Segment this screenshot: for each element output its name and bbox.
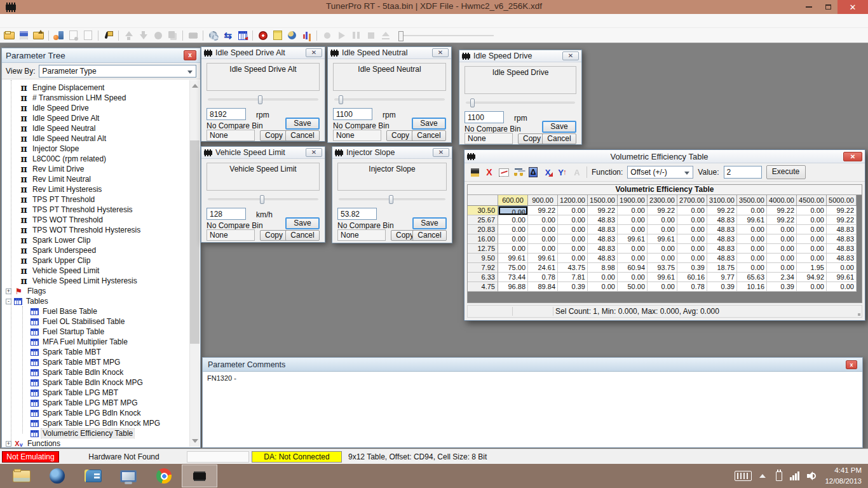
tree-item[interactable]: Spark Table LPG MBT MPG xyxy=(3,398,189,408)
slider-track[interactable] xyxy=(208,98,318,100)
table-cell[interactable]: 0.00 xyxy=(498,234,528,244)
table-cell[interactable]: 0.00 xyxy=(618,225,648,234)
slider-track[interactable] xyxy=(334,98,445,100)
tree-item[interactable]: Spark Lower Clip xyxy=(3,235,189,245)
close-icon[interactable]: ✕ xyxy=(843,152,862,161)
comments-titlebar[interactable]: Parameter Comments x xyxy=(203,358,862,372)
table-cell[interactable]: 99.61 xyxy=(648,234,677,244)
tree-item[interactable]: - Tables xyxy=(3,296,189,306)
table-cell[interactable]: 0.00 xyxy=(737,234,767,244)
tree-item[interactable]: L8C00C (rpm related) xyxy=(3,154,189,164)
window-titlebar[interactable]: Idle Speed Drive Alt ✕ xyxy=(201,47,325,59)
close-icon[interactable]: ✕ xyxy=(562,51,579,60)
table-cell[interactable]: 0.39 xyxy=(767,282,797,292)
scroll-down-icon[interactable] xyxy=(192,439,198,443)
tree-item[interactable]: Rev Limit Drive xyxy=(3,164,189,174)
tree-item-label[interactable]: Spark Table LPG MBT MPG xyxy=(41,398,139,407)
table-cell[interactable]: 99.61 xyxy=(827,273,857,282)
clock[interactable]: 4:41 PM 12/08/2013 xyxy=(825,465,862,486)
keyboard-icon[interactable] xyxy=(735,471,752,481)
compare-source-box[interactable]: None xyxy=(207,130,255,141)
table-cell[interactable]: 0.00 xyxy=(677,225,707,234)
acquisition-globe-icon[interactable] xyxy=(285,29,299,42)
data-table-trace-icon[interactable] xyxy=(236,29,249,42)
table-cell[interactable]: 0.00 xyxy=(558,234,588,244)
table-cell[interactable]: 24.61 xyxy=(528,263,558,273)
table-cell[interactable]: 43.75 xyxy=(558,263,588,273)
row-header[interactable]: 6.33 xyxy=(468,273,498,282)
table-cell[interactable]: 0.00 xyxy=(558,215,588,225)
tree-item[interactable]: Rev Limit Neutral xyxy=(3,174,189,184)
table-cell[interactable]: 0.00 xyxy=(677,206,707,215)
table-cell[interactable]: 99.22 xyxy=(588,206,618,215)
value-slider[interactable] xyxy=(208,195,318,204)
tree-item[interactable]: + Flags xyxy=(3,286,189,296)
tree-item-label[interactable]: L8C00C (rpm related) xyxy=(31,154,107,163)
menu-item[interactable] xyxy=(3,19,15,23)
table-cell[interactable]: 99.22 xyxy=(827,206,857,215)
tree-item-label[interactable]: Tables xyxy=(25,297,50,306)
tree-item-label[interactable]: Spark Table LPG Bdln Knock MPG xyxy=(41,419,161,428)
close-icon[interactable]: ✕ xyxy=(306,48,322,57)
tree-item[interactable]: # Transmission LHM Speed xyxy=(3,93,189,103)
dashboard-gauge-icon[interactable] xyxy=(256,29,269,42)
tree-item[interactable]: Idle Speed Drive xyxy=(3,103,189,113)
table-cell[interactable]: 0.00 xyxy=(498,244,528,254)
table-cell[interactable]: 48.83 xyxy=(588,225,618,234)
separator[interactable] xyxy=(116,29,121,42)
emulation-chip-icon[interactable] xyxy=(186,29,200,42)
table-cell[interactable]: 48.83 xyxy=(588,244,618,254)
power-plug-icon[interactable] xyxy=(776,471,782,481)
open-bin-icon[interactable] xyxy=(3,29,16,42)
tree-item-label[interactable]: Spark Table LPG Bdln Knock xyxy=(41,409,142,417)
table-cell[interactable]: 99.22 xyxy=(827,215,857,225)
tree-item-label[interactable]: Spark Table LPG MBT xyxy=(41,388,119,397)
value-slider[interactable] xyxy=(466,98,575,107)
table-cell[interactable]: 0.00 xyxy=(648,215,677,225)
save-button[interactable]: Save xyxy=(542,121,576,133)
close-icon[interactable]: ✕ xyxy=(432,48,449,57)
minimize-button[interactable] xyxy=(799,0,818,14)
save-table-icon[interactable] xyxy=(470,166,480,178)
tree-item-label[interactable]: Vehicle Speed Limit Hysteresis xyxy=(31,276,139,285)
table-cell[interactable]: 94.92 xyxy=(797,273,827,282)
table-cell[interactable]: 0.00 xyxy=(677,244,707,254)
tree-item-label[interactable]: TPS WOT Threshold Hysteresis xyxy=(31,226,142,234)
settings-gears-icon[interactable] xyxy=(207,29,220,42)
table-cell[interactable]: 0.00 xyxy=(558,254,588,263)
tree-item-label[interactable]: Idle Speed Neutral Alt xyxy=(31,134,107,143)
compare-source-box[interactable]: None xyxy=(333,130,381,141)
table-cell[interactable]: 48.83 xyxy=(707,225,737,234)
save-button[interactable]: Save xyxy=(285,217,320,229)
table-cell[interactable]: 10.16 xyxy=(737,282,767,292)
tree-item-label[interactable]: Spark Lower Clip xyxy=(31,236,92,245)
tree-scrollbar[interactable] xyxy=(189,80,200,447)
row-header[interactable]: 20.83 xyxy=(468,225,498,234)
table-cell[interactable]: 0.00 xyxy=(737,254,767,263)
cancel-button[interactable]: Cancel xyxy=(542,133,576,144)
window-titlebar[interactable]: Idle Speed Drive ✕ xyxy=(459,50,581,62)
record-icon[interactable] xyxy=(320,29,334,42)
table-cell[interactable]: 48.83 xyxy=(707,244,737,254)
table-cell[interactable]: 48.83 xyxy=(827,244,857,254)
table-cell[interactable]: 0.00 xyxy=(797,215,827,225)
table-cell[interactable]: 0.00 xyxy=(797,254,827,263)
tree-item-label[interactable]: Spark Upper Clip xyxy=(31,256,92,265)
column-header[interactable]: 3500.00 xyxy=(737,195,767,206)
table-cell[interactable]: 99.22 xyxy=(767,215,797,225)
table-cell[interactable]: 0.00 xyxy=(737,206,767,215)
save-bin-icon[interactable] xyxy=(17,29,31,42)
play-icon[interactable] xyxy=(335,29,348,42)
tree-item[interactable]: TPS PT Threshold xyxy=(3,194,189,205)
table-cell[interactable]: 0.00 xyxy=(737,244,767,254)
table-cell[interactable]: 48.83 xyxy=(707,234,737,244)
connect-hardware-icon[interactable] xyxy=(102,29,115,42)
separator[interactable] xyxy=(250,29,255,42)
table-cell[interactable]: 0.39 xyxy=(677,263,707,273)
checksum-icon[interactable] xyxy=(67,29,80,42)
tree-item-label[interactable]: Rev Limit Hysteresis xyxy=(31,185,103,194)
control-panel-icon[interactable] xyxy=(75,464,111,487)
table-cell[interactable]: 0.00 xyxy=(797,244,827,254)
table-cell[interactable]: 0.00 xyxy=(767,263,797,273)
tree-item-label[interactable]: Flags xyxy=(26,287,47,295)
